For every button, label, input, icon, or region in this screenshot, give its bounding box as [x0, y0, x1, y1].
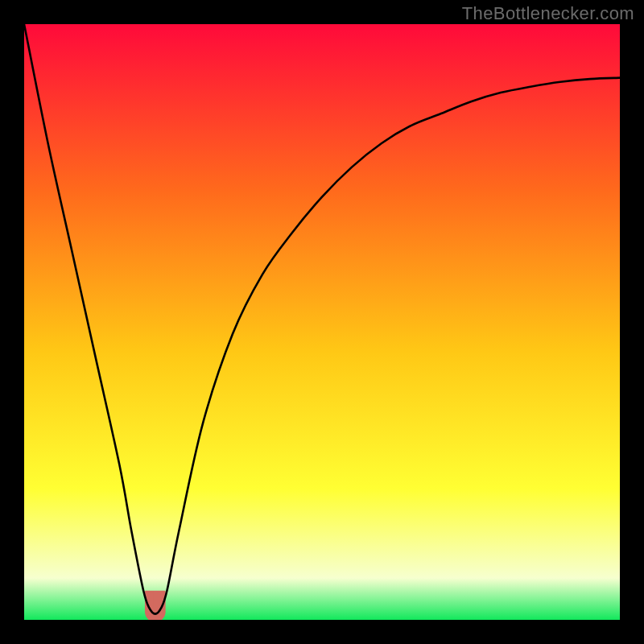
chart-svg	[24, 24, 620, 620]
chart-frame: TheBottlenecker.com	[0, 0, 644, 644]
heat-gradient-background	[24, 24, 620, 620]
watermark-text: TheBottlenecker.com	[462, 3, 634, 24]
plot-area	[24, 24, 620, 620]
